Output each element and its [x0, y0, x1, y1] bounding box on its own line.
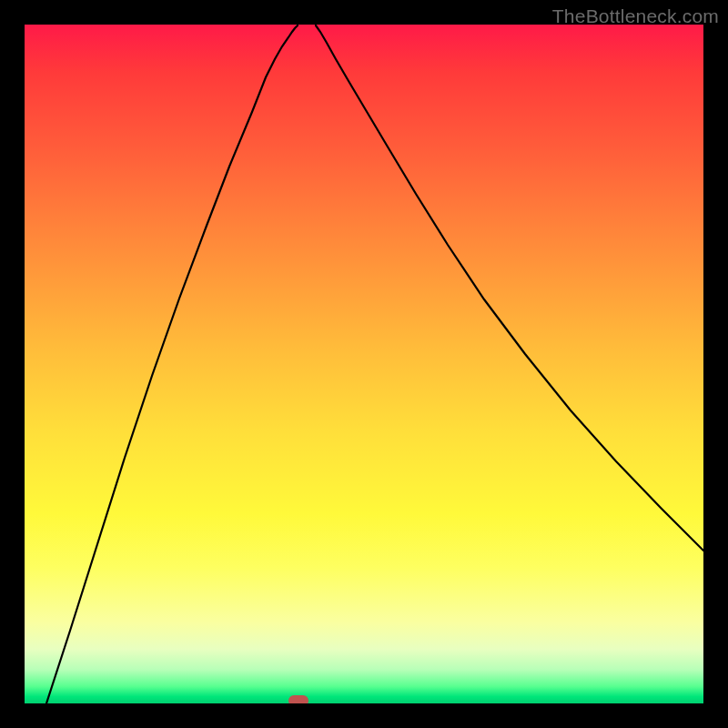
plot-area — [25, 25, 703, 703]
bottleneck-curve — [25, 25, 703, 703]
outer-frame: TheBottleneck.com — [0, 0, 728, 728]
curve-left-branch — [46, 25, 298, 703]
minimum-marker — [288, 695, 308, 703]
curve-right-branch — [316, 25, 703, 551]
watermark-text: TheBottleneck.com — [552, 5, 719, 27]
